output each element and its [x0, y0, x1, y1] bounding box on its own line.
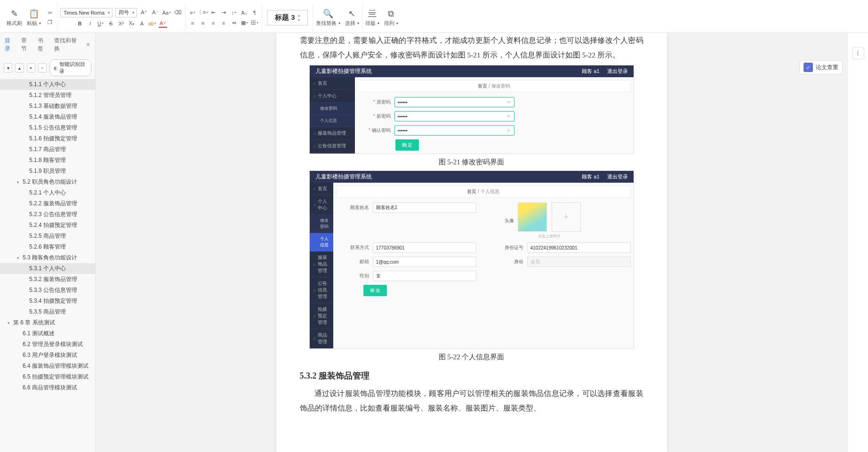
show-marks-icon[interactable]: ¶	[250, 8, 259, 17]
toc-item[interactable]: ▾5.3 顾客角色功能设计	[0, 252, 95, 263]
bullet-list-icon[interactable]: ≡	[188, 8, 197, 17]
toc-item[interactable]: 5.1.2 管理员管理	[0, 90, 95, 101]
format-painter-icon[interactable]: ✎	[11, 8, 18, 19]
select-label[interactable]: 选择▾	[345, 20, 359, 27]
close-icon[interactable]: ✕	[86, 41, 90, 48]
style-up-icon[interactable]: ▴	[298, 13, 300, 17]
font-color-icon[interactable]: A	[159, 19, 167, 28]
align-right-icon[interactable]: ≡	[209, 19, 217, 27]
tab-chapter[interactable]: 章节	[21, 37, 31, 53]
confirm-button: 确 定	[395, 139, 419, 151]
text-effect-icon[interactable]: A	[138, 19, 146, 28]
sidebar-item-center: 个人中心	[310, 90, 355, 103]
toc-item[interactable]: 6.3 用户登录模块测试	[0, 350, 95, 361]
figure-caption: 图 5-21 修改密码界面	[300, 158, 643, 167]
number-list-icon[interactable]: ⋮≡	[199, 8, 207, 17]
find-label[interactable]: 查找替换▾	[316, 20, 340, 27]
select-icon[interactable]: ↖	[348, 8, 355, 19]
toc-item[interactable]: 5.1.6 拍摄预定管理	[0, 133, 95, 144]
underline-icon[interactable]: U	[96, 19, 105, 28]
document-scroll[interactable]: 需要注意的是，需要输入正确的字符格式，才能成功更新个人资料信息记录；也可以选择修…	[96, 33, 847, 452]
tab-find[interactable]: 查找和替换	[54, 37, 79, 53]
toc-item[interactable]: ▾5.2 职员角色功能设计	[0, 177, 95, 187]
toc-item[interactable]: 5.1.3 基础数据管理	[0, 101, 95, 112]
toc-item[interactable]: 5.1.7 商品管理	[0, 144, 95, 155]
highlight-icon[interactable]: ab	[148, 19, 157, 28]
plagiarism-check-button[interactable]: ✓ 论文查重	[799, 60, 843, 74]
toc-item[interactable]: 5.1.4 服装饰品管理	[0, 112, 95, 122]
toc-item[interactable]: 5.1.5 公告信息管理	[0, 122, 95, 133]
border-icon[interactable]: 田	[250, 19, 259, 27]
find-icon[interactable]: 🔍	[323, 8, 333, 19]
increase-indent-icon[interactable]: ⇥	[219, 8, 228, 17]
subscript-icon[interactable]: X₂	[128, 19, 136, 28]
change-case-icon[interactable]: Aa	[162, 8, 171, 17]
toc-item[interactable]: 5.2.2 服装饰品管理	[0, 198, 95, 209]
figure-5-22: 儿童影楼拍摄管理系统 顾客 a1退出登录 首页 个人中心 修改密码 个人信息 服…	[309, 170, 634, 349]
toc-item[interactable]: 5.2.5 商品管理	[0, 231, 95, 242]
font-name-select[interactable]: Times New Roma	[60, 8, 113, 17]
toc-item[interactable]: 6.6 商品管理模块测试	[0, 382, 95, 393]
distribute-icon[interactable]: ⇔	[230, 19, 238, 27]
paragraph: 需要注意的是，需要输入正确的字符格式，才能成功更新个人资料信息记录；也可以选择修…	[300, 33, 643, 62]
sidebar-item-fashion: 服装饰品管理	[310, 127, 355, 140]
toc-item[interactable]: 5.1.9 职员管理	[0, 166, 95, 177]
italic-icon[interactable]: I	[86, 19, 95, 28]
toc-item[interactable]: 5.3.3 公告信息管理	[0, 285, 95, 296]
toc-item[interactable]: 5.3.4 拍摄预定管理	[0, 296, 95, 307]
toc-item[interactable]: 5.3.2 服装饰品管理	[0, 274, 95, 285]
bold-icon[interactable]: B	[76, 19, 84, 28]
toc-item[interactable]: 5.1.1 个人中心	[0, 79, 95, 90]
expand-down-icon[interactable]: ▾	[4, 63, 12, 73]
toc-item[interactable]: 5.2.4 拍摄预定管理	[0, 220, 95, 231]
sidebar-item-pwd: 修改密码	[310, 103, 355, 115]
toc-item[interactable]: 5.3.5 商品管理	[0, 307, 95, 317]
align-center-icon[interactable]: ≡	[199, 19, 207, 27]
shading-icon[interactable]: ▦	[240, 19, 249, 27]
style-selector[interactable]: 标题 3 ▴▾	[267, 10, 308, 25]
toc-item[interactable]: 6.4 服装饰品管理模块测试	[0, 361, 95, 371]
sidebar-item-info: 个人信息	[310, 115, 355, 127]
strike-icon[interactable]: S	[107, 19, 115, 28]
sort-icon[interactable]: A↓	[240, 8, 249, 17]
line-spacing-icon[interactable]: ↕	[230, 8, 238, 17]
toc-item[interactable]: 5.2.3 公告信息管理	[0, 209, 95, 220]
align-justify-icon[interactable]: ≡	[219, 19, 228, 27]
arrange-icon[interactable]: ⧉	[388, 8, 394, 19]
modify-button: 修 改	[363, 285, 387, 296]
style-down-icon[interactable]: ▾	[298, 18, 300, 22]
clear-format-icon[interactable]: ⌫	[174, 8, 182, 17]
toc-item[interactable]: 5.2.1 个人中心	[0, 187, 95, 198]
font-size-select[interactable]: 四号	[115, 8, 137, 17]
sidebar-item-home: 首页	[310, 77, 355, 90]
ribbon-toolbar: ✎ 格式刷 📋 粘贴▾ ✂ ❐ Times New Roma 四号 A⁺ A⁻	[0, 3, 868, 33]
paste-icon[interactable]: 📋	[29, 8, 39, 19]
toc-item[interactable]: 6.1 测试概述	[0, 328, 95, 339]
copy-icon[interactable]: ❐	[46, 18, 54, 27]
cut-icon[interactable]: ✂	[46, 8, 54, 17]
superscript-icon[interactable]: X²	[117, 19, 126, 28]
toc-item[interactable]: ▾第 6 章 系统测试	[0, 317, 95, 328]
add-icon[interactable]: +	[27, 63, 35, 73]
toc-item[interactable]: 6.2 管理员登录模块测试	[0, 339, 95, 350]
remove-icon[interactable]: −	[38, 63, 47, 73]
toc-item[interactable]: 6.5 拍摄预定管理模块测试	[0, 371, 95, 382]
document-page: 需要注意的是，需要输入正确的字符格式，才能成功更新个人资料信息记录；也可以选择修…	[276, 33, 667, 452]
smart-toc-button[interactable]: 智能识别目录	[49, 59, 91, 76]
arrange-label[interactable]: 排列▾	[384, 20, 398, 27]
tab-toc[interactable]: 目录	[5, 37, 15, 53]
align-left-icon[interactable]: ≡	[188, 19, 197, 27]
layout-label[interactable]: 排版▾	[365, 20, 379, 27]
toc-item[interactable]: 5.1.8 顾客管理	[0, 155, 95, 166]
toc-item[interactable]: 5.3.1 个人中心	[0, 263, 95, 274]
decrease-font-icon[interactable]: A⁻	[151, 8, 160, 17]
toc-item[interactable]: 5.2.6 顾客管理	[0, 242, 95, 252]
collapse-icon[interactable]: ⟨	[852, 47, 864, 59]
app-title: 儿童影楼拍摄管理系统	[315, 67, 372, 75]
layout-icon[interactable]: 亖	[368, 8, 377, 19]
increase-font-icon[interactable]: A⁺	[140, 8, 148, 17]
collapse-up-icon[interactable]: ▴	[15, 63, 24, 73]
decrease-indent-icon[interactable]: ⇤	[209, 8, 217, 17]
tab-bookmark[interactable]: 书签	[38, 37, 48, 53]
paste-label[interactable]: 粘贴▾	[27, 20, 41, 27]
